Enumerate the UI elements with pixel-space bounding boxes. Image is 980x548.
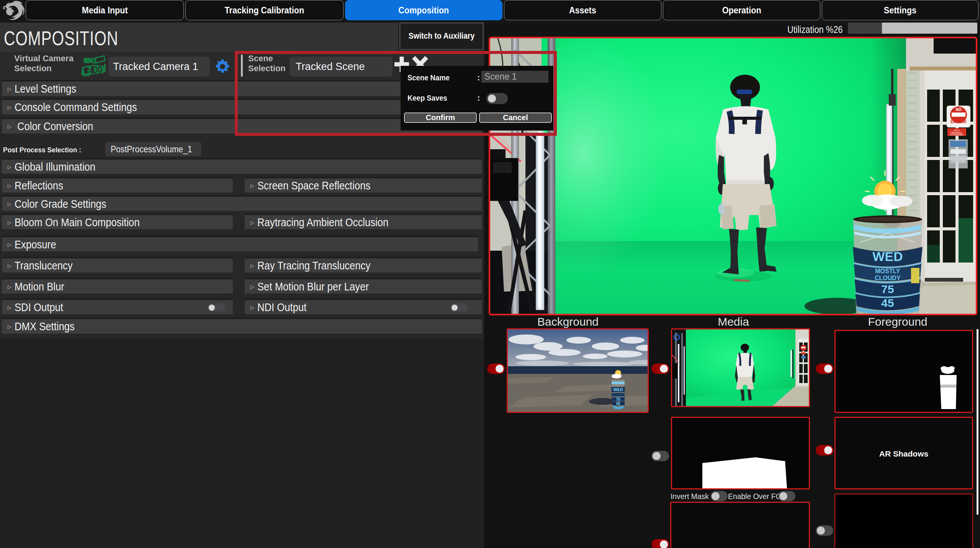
svg-text:WED: WED — [613, 387, 623, 392]
svg-text:ENTRAR: ENTRAR — [951, 120, 967, 124]
svg-text:AUTORIZADO: AUTORIZADO — [950, 134, 964, 136]
svg-text:WED: WED — [872, 249, 903, 264]
svg-text:CLOUDY: CLOUDY — [875, 275, 901, 281]
svg-text:45: 45 — [881, 297, 894, 309]
svg-text:NO: NO — [955, 108, 961, 112]
svg-text:MOSTLY: MOSTLY — [875, 268, 900, 274]
svg-text:75: 75 — [881, 283, 894, 295]
svg-text:75: 75 — [616, 397, 620, 401]
svg-text:45: 45 — [616, 401, 620, 406]
